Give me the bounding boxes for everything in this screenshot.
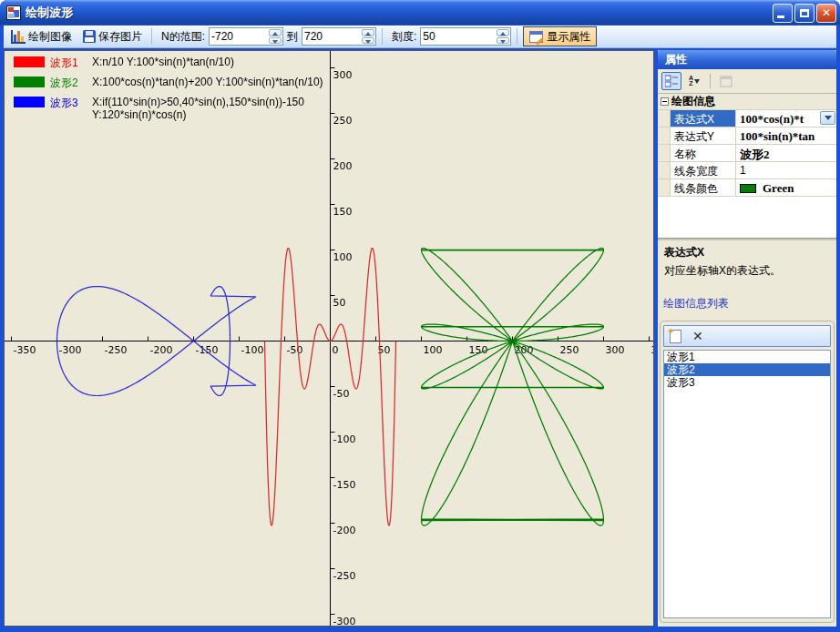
scale-label: 刻度: bbox=[392, 29, 416, 45]
categorized-icon bbox=[665, 75, 679, 87]
alphabetical-sort-button[interactable]: AZ bbox=[684, 72, 704, 90]
property-row-name[interactable]: 名称 波形2 bbox=[658, 145, 836, 162]
wave2-formula: X:100*cos(n)*tan(n)+200 Y:100*sin(n)*tan… bbox=[92, 76, 323, 88]
minimize-button[interactable] bbox=[773, 4, 793, 23]
maximize-icon bbox=[800, 9, 809, 17]
property-value: Green bbox=[763, 181, 794, 195]
close-icon: ✕ bbox=[817, 6, 835, 19]
save-image-button[interactable]: 保存图片 bbox=[79, 27, 146, 46]
properties-panel: 属性 AZ 绘图信息 表达式X 100*cos(n)*t bbox=[658, 50, 836, 627]
chevron-down-icon bbox=[825, 116, 832, 120]
scale-spinner[interactable] bbox=[497, 29, 509, 44]
toolbar-separator bbox=[382, 28, 383, 45]
wave3-name: 波形3 bbox=[50, 96, 88, 111]
show-properties-label: 显示属性 bbox=[547, 29, 590, 45]
legend: 波形1 X:n/10 Y:100*sin(n)*tan(n/10) 波形2 X:… bbox=[14, 56, 323, 126]
property-value: 100*sin(n)*tan bbox=[736, 127, 836, 144]
property-sheet-icon bbox=[529, 31, 543, 43]
property-label: 线条宽度 bbox=[671, 162, 736, 178]
save-image-label: 保存图片 bbox=[98, 29, 142, 45]
wave2-name: 波形2 bbox=[50, 76, 88, 91]
description-title: 表达式X bbox=[664, 245, 830, 260]
list-item-wave2[interactable]: 波形2 bbox=[664, 363, 830, 376]
scale-input[interactable] bbox=[423, 29, 496, 44]
minimize-icon bbox=[777, 15, 784, 18]
legend-row: 波形1 X:n/10 Y:100*sin(n)*tan(n/10) bbox=[14, 56, 323, 71]
app-window: 绘制波形 ✕ 绘制图像 保存图片 N的范围: 到 刻度: bbox=[0, 0, 840, 632]
wave-list-groupbox: ✦ ✕ 波形1 波形2 波形3 bbox=[660, 321, 835, 623]
show-properties-button[interactable]: 显示属性 bbox=[523, 26, 597, 46]
property-value: 100*cos(n)*t bbox=[740, 112, 804, 126]
draw-image-button[interactable]: 绘制图像 bbox=[7, 27, 76, 46]
property-description-panel: 表达式X 对应坐标轴X的表达式。 bbox=[658, 239, 836, 289]
wave1-name: 波形1 bbox=[50, 56, 88, 71]
to-label: 到 bbox=[287, 29, 298, 45]
range-end-spinbox[interactable] bbox=[302, 27, 376, 46]
property-label: 线条颜色 bbox=[671, 179, 736, 196]
legend-row: 波形2 X:100*cos(n)*tan(n)+200 Y:100*sin(n)… bbox=[14, 76, 323, 91]
description-text: 对应坐标轴X的表达式。 bbox=[664, 263, 830, 279]
property-row-line-width[interactable]: 线条宽度 1 bbox=[658, 162, 836, 179]
wave3-formula-y: Y:120*sin(n)*cos(n) bbox=[92, 108, 304, 121]
wave-list-group-label: 绘图信息列表 bbox=[658, 289, 836, 313]
property-row-expression-y[interactable]: 表达式Y 100*sin(n)*tan bbox=[658, 127, 836, 145]
propertygrid-toolbar: AZ bbox=[658, 69, 836, 94]
category-label: 绘图信息 bbox=[671, 94, 715, 109]
properties-header: 属性 bbox=[658, 50, 836, 69]
wave1-color-swatch bbox=[14, 56, 45, 67]
range-end-spinner[interactable] bbox=[362, 29, 374, 44]
delete-wave-button[interactable]: ✕ bbox=[692, 330, 703, 342]
range-start-spinner[interactable] bbox=[269, 29, 282, 44]
property-value: 波形2 bbox=[736, 145, 836, 161]
wave-list-toolbar: ✦ ✕ bbox=[663, 325, 831, 347]
toolbar-separator bbox=[151, 28, 152, 45]
app-icon bbox=[6, 5, 21, 20]
az-sort-icon: AZ bbox=[689, 76, 693, 87]
new-wave-button[interactable]: ✦ bbox=[670, 330, 681, 343]
property-pages-button[interactable] bbox=[716, 72, 736, 90]
property-value: 1 bbox=[736, 162, 836, 178]
dropdown-button[interactable] bbox=[820, 111, 835, 125]
wave3-color-swatch bbox=[14, 97, 45, 107]
plot-area: 波形1 X:n/10 Y:100*sin(n)*tan(n/10) 波形2 X:… bbox=[4, 50, 654, 627]
categorized-view-button[interactable] bbox=[661, 72, 681, 90]
wave-listbox[interactable]: 波形1 波形2 波形3 bbox=[663, 350, 831, 618]
toolbar-separator bbox=[710, 74, 711, 88]
title-bar[interactable]: 绘制波形 ✕ bbox=[0, 0, 840, 25]
toolbar-separator bbox=[517, 28, 517, 45]
down-arrow-icon bbox=[694, 79, 700, 84]
property-pages-icon bbox=[720, 76, 732, 87]
property-label: 表达式Y bbox=[671, 127, 736, 144]
range-end-input[interactable] bbox=[304, 29, 361, 44]
legend-row: 波形3 X:if(110*sin(n)>50,40*sin(n),150*sin… bbox=[14, 96, 323, 121]
waveform-plot-canvas bbox=[5, 51, 653, 626]
list-item-wave3[interactable]: 波形3 bbox=[664, 376, 830, 389]
range-start-input[interactable] bbox=[211, 29, 268, 44]
range-label: N的范围: bbox=[161, 29, 205, 45]
range-start-spinbox[interactable] bbox=[209, 27, 283, 46]
line-color-swatch bbox=[740, 184, 756, 193]
main-toolbar: 绘制图像 保存图片 N的范围: 到 刻度: 显示属性 bbox=[4, 25, 836, 48]
window-title: 绘制波形 bbox=[26, 5, 73, 21]
scale-spinbox[interactable] bbox=[420, 27, 511, 46]
property-label: 名称 bbox=[671, 145, 736, 161]
wave3-formula-x: X:if(110*sin(n)>50,40*sin(n),150*sin(n))… bbox=[92, 96, 304, 108]
property-category-row[interactable]: 绘图信息 bbox=[658, 94, 836, 110]
property-row-expression-x[interactable]: 表达式X 100*cos(n)*t bbox=[658, 110, 836, 127]
draw-image-label: 绘制图像 bbox=[28, 29, 72, 45]
wave1-formula: X:n/10 Y:100*sin(n)*tan(n/10) bbox=[92, 56, 234, 68]
list-item-wave1[interactable]: 波形1 bbox=[664, 351, 830, 363]
property-row-line-color[interactable]: 线条颜色 Green bbox=[658, 179, 836, 197]
property-label: 表达式X bbox=[671, 110, 736, 127]
new-sparkle-icon: ✦ bbox=[667, 326, 674, 336]
maximize-button[interactable] bbox=[794, 4, 814, 23]
close-button[interactable]: ✕ bbox=[816, 4, 836, 23]
floppy-disk-icon bbox=[83, 30, 96, 43]
property-grid: 绘图信息 表达式X 100*cos(n)*t 表达式Y 100*sin(n)*t… bbox=[658, 94, 836, 239]
collapse-icon[interactable] bbox=[661, 97, 669, 106]
wave2-color-swatch bbox=[14, 76, 45, 87]
bar-chart-icon bbox=[11, 30, 26, 44]
